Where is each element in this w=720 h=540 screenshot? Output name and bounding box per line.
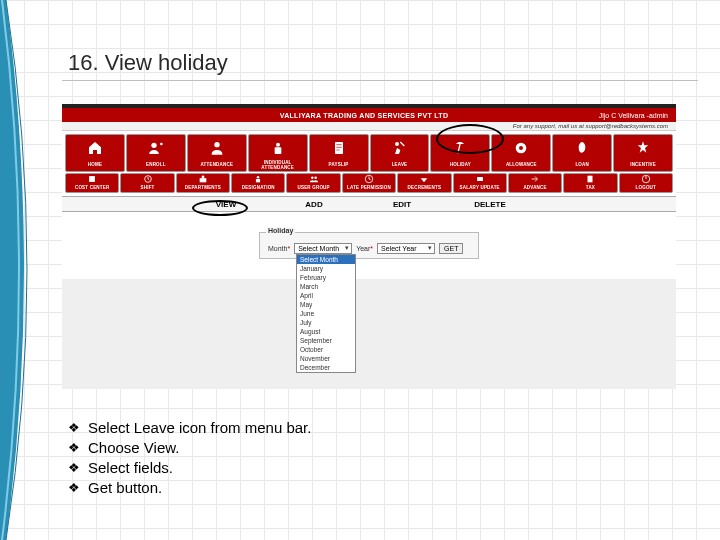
home-icon [66, 135, 124, 160]
month-option[interactable]: Select Month [297, 255, 355, 264]
toolbar-late-permission[interactable]: LATE PERMISSION [342, 173, 396, 193]
shift-icon [121, 174, 173, 184]
toolbar-payslip[interactable]: PAYSLIP [309, 134, 369, 172]
toolbar-leave[interactable]: LEAVE [370, 134, 430, 172]
svg-point-12 [257, 176, 260, 179]
toolbar-label: HOME [66, 160, 124, 169]
bullet-icon: ❖ [68, 478, 88, 498]
svg-rect-13 [256, 179, 260, 182]
toolbar-label: HOLIDAY [431, 160, 489, 169]
svg-rect-18 [588, 176, 593, 183]
tax-icon [564, 174, 616, 184]
toolbar-advance[interactable]: ADVANCE [508, 173, 562, 193]
toolbar-label: TAX [564, 184, 616, 190]
month-option[interactable]: May [297, 300, 355, 309]
year-label: Year* [356, 245, 373, 252]
toolbar-holiday[interactable]: HOLIDAY [430, 134, 490, 172]
month-option[interactable]: December [297, 363, 355, 372]
toolbar-logout[interactable]: LOGOUT [619, 173, 673, 193]
toolbar-cost-center[interactable]: COST CENTER [65, 173, 119, 193]
toolbar-designation[interactable]: DESIGNATION [231, 173, 285, 193]
month-option[interactable]: February [297, 273, 355, 282]
individual-attendance-icon [249, 135, 307, 160]
tab-delete[interactable]: DELETE [446, 200, 534, 209]
toolbar-label: LATE PERMISSION [343, 184, 395, 190]
logout-icon [620, 174, 672, 184]
month-option[interactable]: January [297, 264, 355, 273]
toolbar-label: DESIGNATION [232, 184, 284, 190]
toolbar-tax[interactable]: TAX [563, 173, 617, 193]
salary-update-icon [454, 174, 506, 184]
toolbar-incentive[interactable]: INCENTIVE [613, 134, 673, 172]
toolbar-label: DECREMENTS [398, 184, 450, 190]
bullet-icon: ❖ [68, 418, 88, 438]
month-option[interactable]: March [297, 282, 355, 291]
toolbar-decrements[interactable]: DECREMENTS [397, 173, 451, 193]
toolbar-shift[interactable]: SHIFT [120, 173, 174, 193]
slide-title: 16. View holiday [68, 50, 690, 76]
toolbar-allowance[interactable]: ALLOWANCE [491, 134, 551, 172]
bullet-icon: ❖ [68, 438, 88, 458]
advance-icon [509, 174, 561, 184]
year-select[interactable]: Select Year [377, 243, 435, 254]
tab-bar: VIEW ADD EDIT DELETE [62, 196, 676, 212]
svg-rect-4 [335, 142, 343, 154]
allowance-icon [492, 135, 550, 160]
user-name: Jijo C Vellivara -admin [578, 112, 668, 119]
toolbar-label: COST CENTER [66, 184, 118, 190]
app-titlebar: VALLIYARA TRADING AND SERVICES PVT LTD J… [62, 108, 676, 122]
toolbar-enroll[interactable]: ENROLL [126, 134, 186, 172]
toolbar-label: ATTENDANCE [188, 160, 246, 169]
toolbar-label: ENROLL [127, 160, 185, 169]
toolbar-attendance[interactable]: ATTENDANCE [187, 134, 247, 172]
month-option[interactable]: April [297, 291, 355, 300]
cost-center-icon [66, 174, 118, 184]
company-name: VALLIYARA TRADING AND SERVICES PVT LTD [150, 112, 578, 119]
month-option[interactable]: August [297, 327, 355, 336]
get-button[interactable]: GET [439, 243, 463, 254]
month-option[interactable]: July [297, 318, 355, 327]
toolbar-label: USER GROUP [287, 184, 339, 190]
departments-icon [177, 174, 229, 184]
designation-icon [232, 174, 284, 184]
month-option[interactable]: October [297, 345, 355, 354]
holiday-icon [431, 135, 489, 160]
svg-point-5 [395, 142, 399, 146]
instruction-item: Select fields. [88, 458, 173, 478]
toolbar-label: ADVANCE [509, 184, 561, 190]
svg-point-15 [314, 177, 317, 180]
enroll-icon [127, 135, 185, 160]
app-screenshot: VALLIYARA TRADING AND SERVICES PVT LTD J… [62, 104, 676, 389]
toolbar-row-1: HOMEENROLLATTENDANCEINDIVIDUAL ATTENDANC… [62, 131, 676, 172]
tab-view[interactable]: VIEW [182, 200, 270, 209]
toolbar-label: LOAN [553, 160, 611, 169]
toolbar-individual-attendance[interactable]: INDIVIDUAL ATTENDANCE [248, 134, 308, 172]
month-option[interactable]: September [297, 336, 355, 345]
month-option[interactable]: November [297, 354, 355, 363]
month-dropdown[interactable]: Select MonthJanuaryFebruaryMarchAprilMay… [296, 254, 356, 373]
toolbar-home[interactable]: HOME [65, 134, 125, 172]
attendance-icon [188, 135, 246, 160]
leave-icon [371, 135, 429, 160]
toolbar-user-group[interactable]: USER GROUP [286, 173, 340, 193]
toolbar-departments[interactable]: DEPARTMENTS [176, 173, 230, 193]
tab-edit[interactable]: EDIT [358, 200, 446, 209]
svg-rect-11 [202, 176, 205, 179]
late-permission-icon [343, 174, 395, 184]
toolbar-label: LOGOUT [620, 184, 672, 190]
holiday-legend: Holiday [266, 227, 295, 234]
decrements-icon [398, 174, 450, 184]
instruction-item: Get button. [88, 478, 162, 498]
svg-rect-8 [89, 176, 95, 182]
instruction-list: ❖Select Leave icon from menu bar. ❖Choos… [68, 418, 311, 498]
month-option[interactable]: June [297, 309, 355, 318]
tab-add[interactable]: ADD [270, 200, 358, 209]
toolbar-loan[interactable]: LOAN [552, 134, 612, 172]
svg-point-14 [311, 177, 314, 180]
toolbar-label: ALLOWANCE [492, 160, 550, 169]
incentive-icon [614, 135, 672, 160]
payslip-icon [310, 135, 368, 160]
toolbar-salary-update[interactable]: SALARY UPDATE [453, 173, 507, 193]
user-group-icon [287, 174, 339, 184]
month-select[interactable]: Select Month [294, 243, 352, 254]
